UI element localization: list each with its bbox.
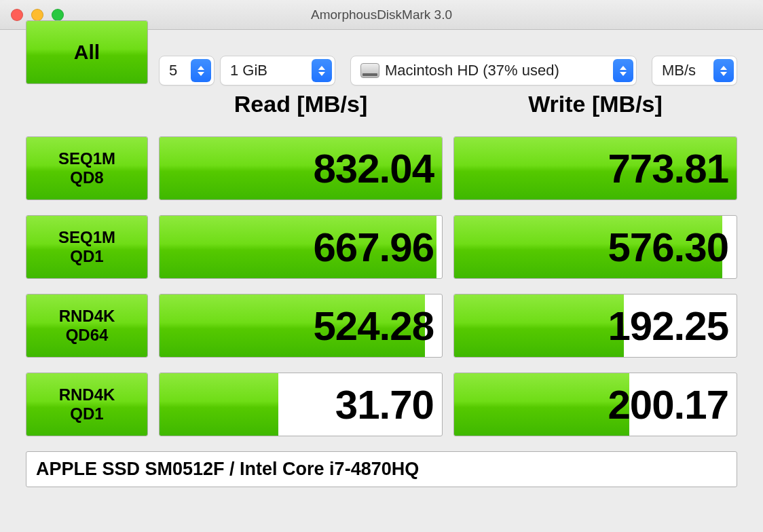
target-value: Macintosh HD (37% used) bbox=[385, 62, 559, 79]
rnd4k-qd1-read-result: 31.70 bbox=[159, 373, 443, 436]
content-area: All 5 1 GiB Macintosh HD (37% used) bbox=[0, 30, 763, 506]
result-value: 832.04 bbox=[313, 145, 434, 192]
results-grid: All 5 1 GiB Macintosh HD (37% used) bbox=[26, 56, 737, 436]
rnd4k-qd64-write-result: 192.25 bbox=[453, 294, 737, 358]
seq1m-qd8-write-result: 773.81 bbox=[453, 136, 737, 200]
size-value: 1 GiB bbox=[230, 62, 267, 79]
unit-select[interactable]: MB/s bbox=[652, 56, 737, 86]
unit-value: MB/s bbox=[662, 62, 696, 79]
test-name-line1: RND4K bbox=[59, 307, 115, 326]
seq1m-qd8-read-result: 832.04 bbox=[159, 136, 443, 200]
options-row: 5 1 GiB Macintosh HD (37% used) MB/s bbox=[159, 56, 737, 86]
result-bar bbox=[160, 373, 278, 436]
runs-select[interactable]: 5 bbox=[159, 56, 215, 86]
read-header: Read [MB/s] bbox=[159, 91, 443, 121]
run-seq1m-qd1-button[interactable]: SEQ1M QD1 bbox=[26, 215, 148, 279]
result-value: 667.96 bbox=[313, 224, 434, 271]
disk-icon bbox=[360, 63, 379, 78]
result-value: 773.81 bbox=[608, 145, 728, 192]
run-rnd4k-qd64-button[interactable]: RND4K QD64 bbox=[26, 294, 148, 358]
result-value: 192.25 bbox=[608, 303, 728, 349]
run-all-button[interactable]: All bbox=[26, 20, 148, 84]
rnd4k-qd1-write-result: 200.17 bbox=[453, 373, 737, 436]
result-value: 31.70 bbox=[335, 381, 434, 428]
test-name-line1: SEQ1M bbox=[58, 228, 115, 247]
run-seq1m-qd8-button[interactable]: SEQ1M QD8 bbox=[26, 136, 148, 200]
seq1m-qd1-write-result: 576.30 bbox=[453, 215, 737, 279]
test-name-line2: QD64 bbox=[66, 326, 109, 345]
rnd4k-qd64-read-result: 524.28 bbox=[159, 294, 443, 358]
run-rnd4k-qd1-button[interactable]: RND4K QD1 bbox=[26, 373, 148, 436]
test-name-line2: QD1 bbox=[70, 404, 103, 423]
result-value: 524.28 bbox=[313, 303, 434, 349]
window-controls bbox=[11, 9, 64, 21]
write-header: Write [MB/s] bbox=[453, 91, 737, 121]
seq1m-qd1-read-result: 667.96 bbox=[159, 215, 443, 279]
result-value: 200.17 bbox=[608, 381, 728, 428]
stepper-icon bbox=[191, 59, 211, 82]
test-name-line2: QD1 bbox=[70, 247, 103, 266]
target-select[interactable]: Macintosh HD (37% used) bbox=[350, 56, 637, 86]
run-all-label: All bbox=[26, 21, 147, 83]
result-value: 576.30 bbox=[608, 224, 728, 271]
size-select[interactable]: 1 GiB bbox=[220, 56, 335, 86]
stepper-icon bbox=[613, 59, 633, 82]
zoom-icon[interactable] bbox=[52, 9, 64, 21]
close-icon[interactable] bbox=[11, 9, 23, 21]
device-info: APPLE SSD SM0512F / Intel Core i7-4870HQ bbox=[26, 451, 737, 487]
test-name-line1: SEQ1M bbox=[58, 149, 115, 168]
test-name-line1: RND4K bbox=[59, 385, 115, 404]
test-name-line2: QD8 bbox=[70, 168, 103, 187]
stepper-icon bbox=[312, 59, 332, 82]
result-bar bbox=[454, 294, 624, 357]
stepper-icon bbox=[713, 59, 734, 82]
runs-value: 5 bbox=[169, 62, 177, 79]
minimize-icon[interactable] bbox=[31, 9, 43, 21]
result-bar bbox=[454, 373, 629, 436]
